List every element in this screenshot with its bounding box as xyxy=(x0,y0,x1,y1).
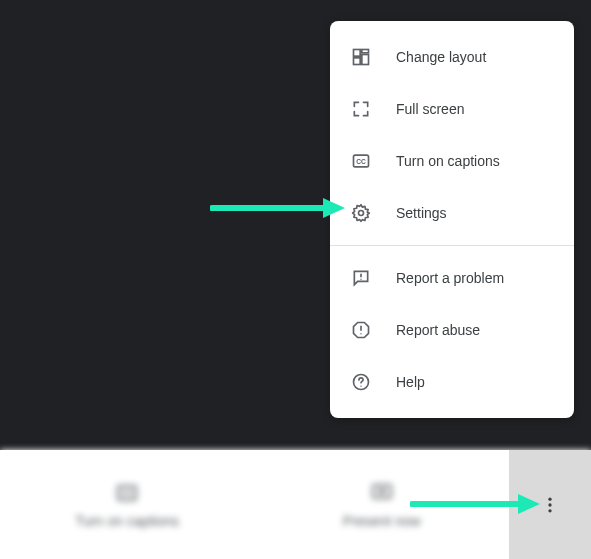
gear-icon xyxy=(350,202,372,224)
present-button[interactable]: Present now xyxy=(255,450,510,559)
menu-label: Help xyxy=(396,374,425,390)
menu-item-help[interactable]: Help xyxy=(330,356,574,408)
cc-icon xyxy=(115,481,139,505)
options-menu: Change layout Full screen CC Turn on cap… xyxy=(330,21,574,418)
menu-label: Report abuse xyxy=(396,322,480,338)
layout-icon xyxy=(350,46,372,68)
svg-point-16 xyxy=(360,333,361,334)
menu-label: Turn on captions xyxy=(396,153,500,169)
svg-rect-0 xyxy=(118,486,136,500)
fullscreen-icon xyxy=(350,98,372,120)
menu-item-report-problem[interactable]: Report a problem xyxy=(330,252,574,304)
help-icon xyxy=(350,371,372,393)
menu-label: Report a problem xyxy=(396,270,504,286)
svg-rect-7 xyxy=(362,55,369,65)
abuse-icon xyxy=(350,319,372,341)
bottom-bar: Turn on captions Present now xyxy=(0,450,591,559)
menu-label: Full screen xyxy=(396,101,464,117)
cc-icon: CC xyxy=(350,150,372,172)
svg-text:CC: CC xyxy=(356,158,366,165)
menu-item-report-abuse[interactable]: Report abuse xyxy=(330,304,574,356)
captions-label: Turn on captions xyxy=(75,513,179,529)
svg-point-4 xyxy=(548,509,551,512)
captions-button[interactable]: Turn on captions xyxy=(0,450,255,559)
svg-point-3 xyxy=(548,503,551,506)
present-label: Present now xyxy=(343,513,421,529)
svg-point-18 xyxy=(360,386,361,387)
svg-rect-8 xyxy=(354,58,361,65)
svg-point-11 xyxy=(359,211,364,216)
svg-rect-6 xyxy=(362,50,369,53)
menu-item-settings[interactable]: Settings xyxy=(330,187,574,239)
menu-divider xyxy=(330,245,574,246)
present-icon xyxy=(370,481,394,505)
feedback-icon xyxy=(350,267,372,289)
svg-point-2 xyxy=(548,497,551,500)
menu-label: Settings xyxy=(396,205,447,221)
menu-item-captions[interactable]: CC Turn on captions xyxy=(330,135,574,187)
svg-point-13 xyxy=(360,279,361,280)
menu-item-change-layout[interactable]: Change layout xyxy=(330,31,574,83)
more-options-button[interactable] xyxy=(509,450,591,559)
menu-label: Change layout xyxy=(396,49,486,65)
menu-item-full-screen[interactable]: Full screen xyxy=(330,83,574,135)
svg-rect-5 xyxy=(354,50,361,57)
more-vert-icon xyxy=(540,495,560,515)
